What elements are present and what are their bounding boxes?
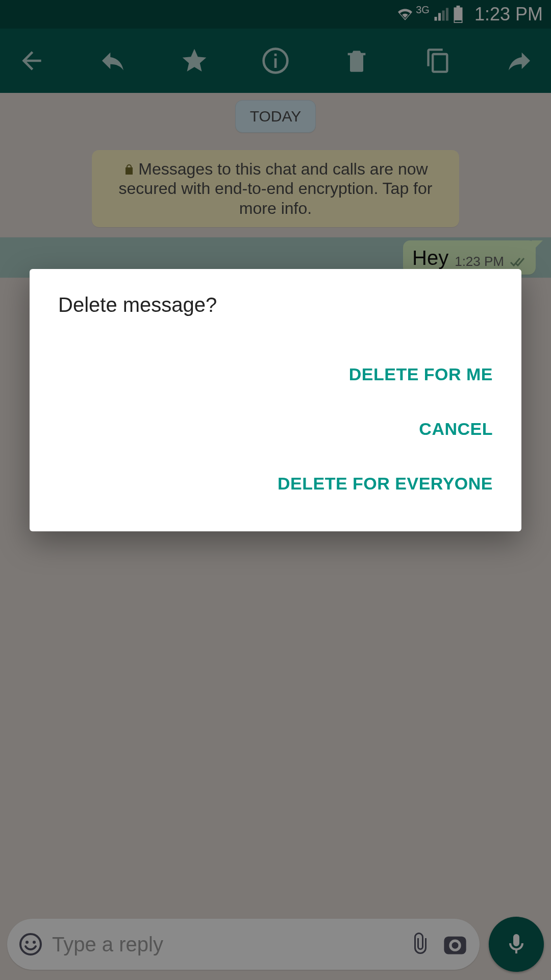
delete-message-dialog: Delete message? DELETE FOR ME CANCEL DEL…	[30, 269, 521, 531]
cancel-button[interactable]: CANCEL	[58, 402, 493, 456]
delete-for-everyone-button[interactable]: DELETE FOR EVERYONE	[58, 456, 493, 511]
delete-for-me-button[interactable]: DELETE FOR ME	[58, 347, 493, 402]
dialog-title: Delete message?	[58, 293, 493, 316]
